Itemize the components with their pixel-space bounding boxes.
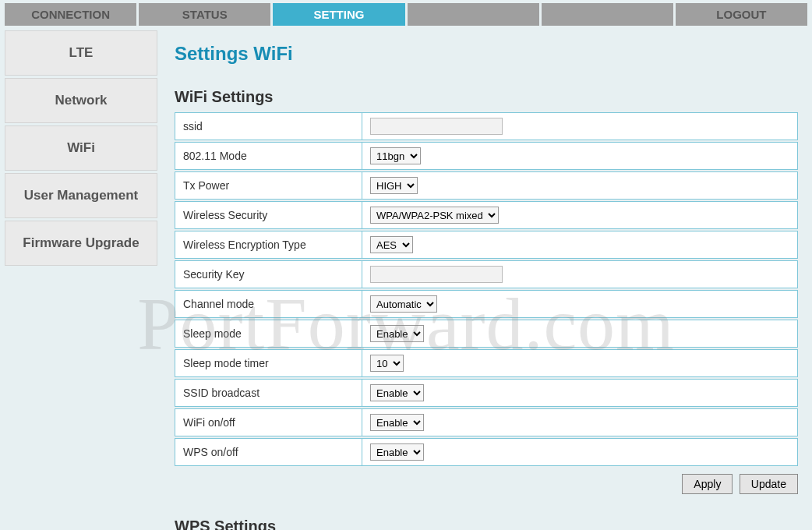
wifi-buttons-row: Apply Update xyxy=(175,474,798,494)
main-content: Settings WiFi WiFi Settings ssid802.11 M… xyxy=(165,30,807,530)
setting-value-cell: Enable xyxy=(362,408,798,436)
setting-label: Sleep mode xyxy=(175,320,362,348)
setting-value-cell: Automatic xyxy=(362,290,798,318)
sidebar-item-network[interactable]: Network xyxy=(5,78,157,123)
setting-value-cell xyxy=(362,112,798,140)
setting-value-cell: AES xyxy=(362,231,798,259)
top-nav: CONNECTION STATUS SETTING LOGOUT xyxy=(0,0,812,26)
setting-input[interactable] xyxy=(370,118,503,135)
setting-value-cell: WPA/WPA2-PSK mixed xyxy=(362,201,798,229)
setting-label: 802.11 Mode xyxy=(175,142,362,170)
setting-label: ssid xyxy=(175,112,362,140)
setting-value-cell: HIGH xyxy=(362,171,798,200)
table-row: ssid xyxy=(175,112,798,140)
setting-label: Wireless Security xyxy=(175,201,362,229)
setting-select[interactable]: AES xyxy=(370,236,413,253)
wifi-settings-table: ssid802.11 Mode11bgnTx PowerHIGHWireless… xyxy=(175,111,798,468)
setting-value-cell xyxy=(362,260,798,288)
sidebar-item-lte[interactable]: LTE xyxy=(5,30,157,76)
setting-label: WiFi on/off xyxy=(175,408,362,436)
table-row: Security Key xyxy=(175,260,798,288)
table-row: Sleep mode timer10 xyxy=(175,349,798,377)
tab-setting[interactable]: SETTING xyxy=(273,3,404,26)
setting-input[interactable] xyxy=(370,266,503,283)
setting-value-cell: Enable xyxy=(362,320,798,348)
page-title: Settings WiFi xyxy=(175,43,798,65)
setting-select[interactable]: 11bgn xyxy=(370,147,421,164)
setting-select[interactable]: Enable xyxy=(370,414,424,431)
table-row: WiFi on/offEnable xyxy=(175,408,798,436)
setting-label: Tx Power xyxy=(175,171,362,200)
tab-logout[interactable]: LOGOUT xyxy=(676,3,807,26)
setting-label: Sleep mode timer xyxy=(175,349,362,377)
apply-button[interactable]: Apply xyxy=(682,474,733,494)
table-row: Tx PowerHIGH xyxy=(175,171,798,200)
setting-label: SSID broadcast xyxy=(175,379,362,407)
table-row: Wireless SecurityWPA/WPA2-PSK mixed xyxy=(175,201,798,229)
sidebar-item-firmware-upgrade[interactable]: Firmware Upgrade xyxy=(5,221,157,266)
tab-connection[interactable]: CONNECTION xyxy=(5,3,136,26)
sidebar-item-user-management[interactable]: User Management xyxy=(5,173,157,218)
table-row: Channel modeAutomatic xyxy=(175,290,798,318)
setting-select[interactable]: HIGH xyxy=(370,177,418,194)
setting-value-cell: 10 xyxy=(362,349,798,377)
setting-select[interactable]: WPA/WPA2-PSK mixed xyxy=(370,207,499,224)
tab-status[interactable]: STATUS xyxy=(139,3,270,26)
setting-label: Wireless Encryption Type xyxy=(175,231,362,259)
sidebar: LTE Network WiFi User Management Firmwar… xyxy=(5,30,157,530)
update-button[interactable]: Update xyxy=(740,474,798,494)
setting-value-cell: Enable xyxy=(362,379,798,407)
table-row: Wireless Encryption TypeAES xyxy=(175,231,798,259)
wps-settings-title: WPS Settings xyxy=(175,518,798,530)
setting-value-cell: Enable xyxy=(362,438,798,466)
setting-label: WPS on/off xyxy=(175,438,362,466)
setting-select[interactable]: 10 xyxy=(370,355,404,372)
setting-select[interactable]: Enable xyxy=(370,443,424,461)
setting-select[interactable]: Enable xyxy=(370,325,424,342)
tab-blank-1[interactable] xyxy=(408,3,539,26)
table-row: 802.11 Mode11bgn xyxy=(175,142,798,170)
setting-label: Channel mode xyxy=(175,290,362,318)
table-row: Sleep modeEnable xyxy=(175,320,798,348)
sidebar-item-wifi[interactable]: WiFi xyxy=(5,125,157,171)
setting-select[interactable]: Automatic xyxy=(370,295,437,313)
setting-select[interactable]: Enable xyxy=(370,384,424,401)
table-row: SSID broadcastEnable xyxy=(175,379,798,407)
tab-blank-2[interactable] xyxy=(542,3,673,26)
setting-label: Security Key xyxy=(175,260,362,288)
table-row: WPS on/offEnable xyxy=(175,438,798,466)
setting-value-cell: 11bgn xyxy=(362,142,798,170)
wifi-settings-title: WiFi Settings xyxy=(175,88,798,106)
